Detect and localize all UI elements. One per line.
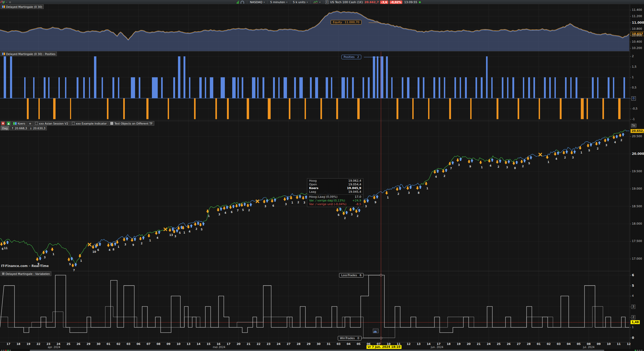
tool-icon xyxy=(1,350,2,351)
svg-text:2: 2 xyxy=(196,228,197,230)
positions-axis-tick: 0 xyxy=(631,96,636,101)
tooltip-label: Var. / vorige dag (0,13%) xyxy=(309,199,345,202)
date-tick: 21 xyxy=(477,342,481,345)
positions-value-tag: Posities2 xyxy=(341,55,361,59)
list-menu-button[interactable]: ≡ xyxy=(27,121,33,126)
panel-positions-label[interactable]: Delayed Martingale (0 30) : Posities xyxy=(1,52,57,56)
month-label: jul. 2024 xyxy=(583,346,595,349)
up-arrow-icon: ▲ xyxy=(7,122,10,125)
svg-text:2: 2 xyxy=(298,201,299,204)
watermark: IT-Finance.com – Real-Time xyxy=(1,264,49,268)
equity-axis-tick: 10.600 xyxy=(632,34,642,37)
settings-icon xyxy=(9,350,11,351)
svg-text:2: 2 xyxy=(564,156,566,159)
svg-text:2: 2 xyxy=(344,217,346,220)
tooltip-label: Koers xyxy=(309,186,318,190)
tooltip-label: Var. / vorige unit (-0,04%) xyxy=(309,202,346,206)
price-axis-tick: 18.000 xyxy=(632,222,642,226)
svg-text:9: 9 xyxy=(469,165,471,168)
day-low-value: 20.630,3 xyxy=(33,127,46,130)
svg-text:3: 3 xyxy=(285,203,287,206)
price-axis-strip[interactable]: 5s 10.657 20.652,7 1,48 11.40011.20011.0… xyxy=(630,4,644,349)
date-tick: 04 xyxy=(567,342,571,345)
scrollbar-thumb[interactable] xyxy=(30,350,604,351)
date-tick: 27 xyxy=(287,342,291,345)
koers-legend-chip[interactable]: Koers xyxy=(12,121,27,126)
date-tick: 08 xyxy=(157,342,161,345)
checkbox-icon[interactable] xyxy=(72,122,75,125)
chart-canvas[interactable]: 6119315711064813921413351425134675236312… xyxy=(0,0,630,351)
equity-value-tag: Equity11.000,70 xyxy=(331,20,361,24)
checkbox-icon[interactable] xyxy=(35,122,38,125)
svg-text:4: 4 xyxy=(225,211,226,214)
bottom-left-icons[interactable] xyxy=(1,349,11,351)
tooltip-value: 19.045,4 xyxy=(348,190,361,194)
svg-text:1: 1 xyxy=(149,239,151,242)
date-tick: 16 xyxy=(217,342,221,345)
trading-system-marker-icon[interactable] xyxy=(373,329,379,333)
legend-item-example-indicator[interactable]: xxx Example Indicator xyxy=(70,121,108,126)
price-axis-tick: 19.500 xyxy=(632,170,642,173)
panel-variables-label[interactable]: Delayed Martingale : Variabelen xyxy=(1,271,51,276)
tooltip-row: Hoog19.062,4 xyxy=(307,179,363,183)
svg-text:1: 1 xyxy=(53,253,55,256)
legend-item-test-objects[interactable]: Test Objects on Different TF xyxy=(109,121,154,126)
panel-variables-title: Delayed Martingale : Variabelen xyxy=(6,272,50,275)
svg-text:7: 7 xyxy=(450,167,452,170)
panel-equity-label[interactable]: Delayed Martingale (0 30) xyxy=(1,4,44,9)
tooltip-value: 19.045,9 xyxy=(347,186,361,190)
svg-text:1: 1 xyxy=(118,245,120,248)
month-label: jun. 2024 xyxy=(431,346,443,349)
equity-axis-tick: 11.200 xyxy=(632,14,642,18)
date-tick: 21 xyxy=(247,342,251,345)
checkbox-checked-icon[interactable] xyxy=(110,122,113,125)
date-tick: 01 xyxy=(537,342,541,345)
svg-text:3: 3 xyxy=(125,243,126,246)
svg-text:1: 1 xyxy=(80,259,82,262)
legend-item-asian-session[interactable]: xxx Asian Session V2 xyxy=(33,121,70,126)
date-tick: 24 xyxy=(277,342,281,345)
panel-equity-title: Delayed Martingale (0 30) xyxy=(6,5,42,8)
svg-text:5: 5 xyxy=(528,162,530,165)
svg-text:6: 6 xyxy=(231,211,233,214)
variables-current-value: 1,48 xyxy=(631,320,640,324)
svg-text:4: 4 xyxy=(556,157,557,160)
bottom-right-icons[interactable] xyxy=(635,349,642,351)
svg-text:2: 2 xyxy=(141,242,143,245)
horizontal-scrollbar[interactable] xyxy=(0,349,644,351)
variables-axis-tick: 1 xyxy=(632,325,634,329)
svg-text:2: 2 xyxy=(621,139,622,142)
date-tick: 08 xyxy=(587,342,591,345)
equity-series xyxy=(0,11,629,51)
buy-orders-toggle[interactable]: ▲ xyxy=(6,121,11,126)
date-tick: 12 xyxy=(627,342,631,345)
svg-text:9: 9 xyxy=(375,201,377,204)
svg-text:8: 8 xyxy=(113,248,115,251)
tooltip-value: +24,9 xyxy=(352,199,361,202)
candle-down-color-icon xyxy=(15,122,17,125)
svg-text:6: 6 xyxy=(273,204,274,207)
svg-text:1: 1 xyxy=(184,231,185,234)
record-icon xyxy=(5,350,7,351)
month-label: apr. 2024 xyxy=(48,346,60,349)
svg-text:1: 1 xyxy=(481,166,483,169)
date-tick: 15 xyxy=(207,342,211,345)
date-tick: 30 xyxy=(97,342,101,345)
svg-text:3: 3 xyxy=(351,213,353,216)
date-tick: 24 xyxy=(487,342,491,345)
variables-axis-tick: 3 xyxy=(631,305,635,309)
losstrades-value-tag: LossTrades6 xyxy=(339,273,364,278)
tooltip-value: -8,5 xyxy=(356,202,361,206)
date-tick: 07 xyxy=(147,342,151,345)
svg-text:3: 3 xyxy=(572,156,574,159)
price-axis-tick: 17.500 xyxy=(632,239,642,243)
variables-axis-tick: 0 xyxy=(632,336,634,340)
svg-text:7: 7 xyxy=(237,209,239,212)
date-tick: 09 xyxy=(597,342,601,345)
svg-text:5: 5 xyxy=(242,209,244,211)
sell-orders-toggle[interactable]: ▼ xyxy=(1,121,6,126)
tooltip-value: 19.062,4 xyxy=(348,179,361,183)
date-tick: 29 xyxy=(307,342,311,345)
date-tick: 28 xyxy=(527,342,531,345)
positions-axis-tick: -0,5 xyxy=(632,107,637,111)
